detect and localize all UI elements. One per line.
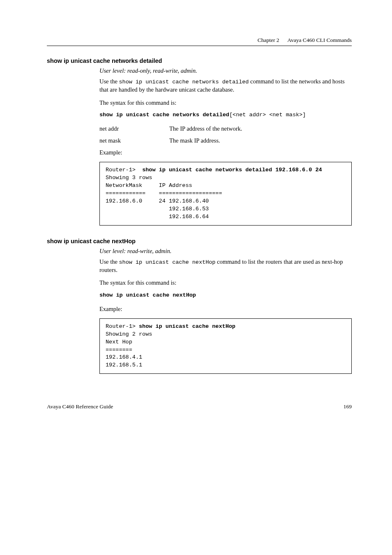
code-prompt: Router-1> (106, 323, 139, 329)
desc-cmd: show ip unicast cache networks detailed (119, 79, 249, 85)
syntax-label: The syntax for this command is: (99, 99, 352, 107)
section-heading: show ip unicast cache nextHop (47, 238, 352, 244)
description: Use the show ip unicast cache nextHop co… (99, 258, 352, 274)
page: Chapter 2 Avaya C460 CLI Commands show i… (0, 0, 392, 435)
section-heading: show ip unicast cache networks detailed (47, 58, 352, 64)
syntax-bold: show ip unicast cache nextHop (99, 292, 196, 298)
syntax-line: show ip unicast cache networks detailed[… (99, 112, 352, 118)
code-block: Router-1> show ip unicast cache networks… (99, 162, 352, 225)
page-footer: Avaya C460 Reference Guide 169 (47, 403, 352, 410)
param-name: net addr (99, 125, 169, 132)
desc-cmd: show ip unicast cache nextHop (119, 259, 216, 265)
code-command: show ip unicast cache networks detailed … (142, 167, 322, 173)
desc-prefix: Use the (99, 258, 119, 265)
user-level: User level: read-write, admin. (99, 248, 352, 255)
section-show-ip-unicast-cache-networks-detailed: show ip unicast cache networks detailed … (47, 58, 352, 226)
example-label: Example: (99, 306, 352, 313)
param-desc: The mask IP address. (169, 137, 352, 144)
example-label: Example: (99, 149, 352, 156)
code-output: Showing 2 rows Next Hop ======== 192.168… (106, 331, 152, 368)
description: Use the show ip unicast cache networks d… (99, 78, 352, 94)
code-output: Showing 3 rows NetworkMask IP Address ==… (106, 175, 222, 219)
code-prompt: Router-1> (106, 167, 142, 173)
section-body: User level: read-only, read-write, admin… (99, 67, 352, 226)
section-show-ip-unicast-cache-nexthop: show ip unicast cache nextHop User level… (47, 238, 352, 374)
syntax-line: show ip unicast cache nextHop (99, 292, 352, 298)
syntax-label: The syntax for this command is: (99, 279, 352, 287)
footer-left: Avaya C460 Reference Guide (47, 403, 113, 410)
desc-prefix: Use the (99, 78, 119, 85)
chapter-title: Avaya C460 CLI Commands (287, 37, 352, 43)
code-block: Router-1> show ip unicast cache nextHop … (99, 318, 352, 374)
syntax-args: [<net addr> <net mask>] (229, 112, 306, 118)
param-row: net mask The mask IP address. (99, 137, 352, 144)
page-header: Chapter 2 Avaya C460 CLI Commands (47, 37, 352, 46)
footer-page-number: 169 (344, 403, 352, 410)
code-command: show ip unicast cache nextHop (139, 323, 235, 329)
param-row: net addr The IP address of the network. (99, 125, 352, 132)
section-body: User level: read-write, admin. Use the s… (99, 248, 352, 374)
syntax-bold: show ip unicast cache networks detailed (99, 112, 229, 118)
chapter-label: Chapter 2 (258, 37, 279, 43)
user-level: User level: read-only, read-write, admin… (99, 67, 352, 74)
param-desc: The IP address of the network. (169, 125, 352, 132)
param-name: net mask (99, 137, 169, 144)
